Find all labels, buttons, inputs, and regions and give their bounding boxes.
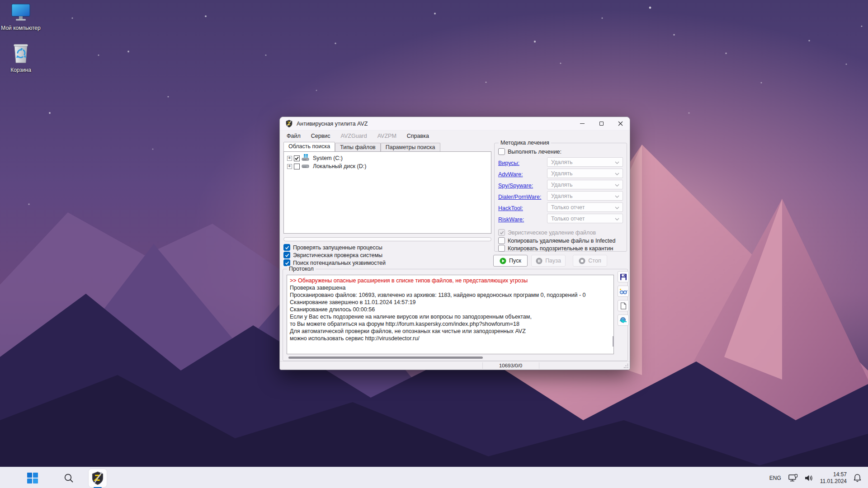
log-line: Сканирование завершено в 11.01.2024 14:5…: [290, 299, 613, 306]
checkbox-copy-deleted[interactable]: [498, 237, 505, 244]
desktop-icon-label: Мой компьютер: [0, 25, 42, 31]
enable-treatment-label: Выполнять лечение:: [508, 149, 561, 155]
minimize-icon: [580, 123, 585, 124]
enable-treatment-option[interactable]: Выполнять лечение:: [498, 148, 561, 155]
network-icon[interactable]: [788, 474, 798, 482]
maximize-button[interactable]: [592, 117, 611, 130]
minimize-button[interactable]: [573, 117, 592, 130]
clock-time: 14:57: [820, 471, 847, 478]
category-link-riskware[interactable]: RiskWare:: [498, 216, 524, 223]
new-log-button[interactable]: [618, 300, 629, 311]
web-analysis-button[interactable]: [618, 314, 629, 326]
vertical-scrollbar[interactable]: [613, 336, 614, 347]
action-select-dialer[interactable]: Удалять: [547, 191, 623, 201]
tab-search-params[interactable]: Параметры поиска: [381, 143, 440, 151]
category-link-spyware[interactable]: Spy/Spyware:: [498, 183, 533, 189]
desktop-icon-label: Корзина: [0, 67, 42, 73]
scan-area-tree: System (C:) Локальный диск (D:): [283, 151, 491, 234]
menu-bar: Файл Сервис AVZGuard AVZPM Справка: [280, 131, 630, 141]
expand-icon[interactable]: [287, 164, 292, 169]
checkbox-heuristic-check[interactable]: [283, 252, 290, 258]
desktop-icon-my-computer[interactable]: Мой компьютер: [0, 4, 42, 31]
chevron-down-icon: [615, 173, 619, 175]
category-link-hacktool[interactable]: HackTool:: [498, 205, 523, 211]
scan-options: Проверять запущенные процессы Эвристичес…: [283, 244, 386, 267]
horizontal-scrollbar[interactable]: [288, 357, 483, 359]
checkbox-scan-processes[interactable]: [283, 244, 290, 251]
drive-c-checkbox[interactable]: [294, 155, 300, 161]
floppy-icon: [620, 273, 627, 281]
check-icon: [500, 230, 504, 235]
system-drive-icon: [302, 154, 310, 162]
avz-window: Антивирусная утилита AVZ Файл Сервис AVZ…: [279, 117, 630, 370]
option-label: Проверять запущенные процессы: [293, 244, 382, 251]
tree-item-drive-d[interactable]: Локальный диск (D:): [284, 162, 491, 170]
pause-button[interactable]: Пауза: [531, 255, 566, 267]
action-select-advware[interactable]: Удалять: [547, 169, 623, 178]
search-icon: [64, 473, 74, 483]
action-select-spyware[interactable]: Удалять: [547, 180, 623, 189]
chevron-down-icon: [615, 184, 619, 187]
view-log-button[interactable]: [618, 286, 629, 297]
notification-bell-icon[interactable]: [853, 474, 862, 483]
check-icon: [285, 253, 289, 258]
option-scan-processes[interactable]: Проверять запущенные процессы: [283, 244, 386, 251]
option-label: Эвристическая проверка системы: [293, 252, 382, 258]
checkbox-vulnerability-search[interactable]: [283, 259, 290, 266]
option-copy-suspicious[interactable]: Копировать подозрительные в карантин: [498, 245, 613, 252]
close-icon: [618, 121, 623, 126]
log-line: Если у Вас есть подозрение на наличие ви…: [290, 313, 613, 320]
category-link-advware[interactable]: AdvWare:: [498, 171, 523, 178]
option-copy-deleted[interactable]: Копировать удаляемые файлы в Infected: [498, 237, 615, 244]
start-button[interactable]: Пуск: [493, 255, 528, 267]
menu-service[interactable]: Сервис: [311, 133, 330, 139]
chevron-down-icon: [615, 195, 619, 198]
option-heuristic-check[interactable]: Эвристическая проверка системы: [283, 251, 386, 259]
computer-icon: [10, 4, 31, 22]
avz-taskbar-button[interactable]: [89, 469, 107, 487]
checkbox-enable-treatment[interactable]: [498, 148, 505, 155]
checkbox-heuristic-delete[interactable]: [498, 229, 505, 236]
check-icon: [285, 245, 289, 250]
taskbar-clock[interactable]: 14:57 11.01.2024: [820, 471, 847, 485]
category-link-dialer[interactable]: Dialer/PornWare:: [498, 194, 541, 200]
action-select-viruses[interactable]: Удалять: [547, 157, 623, 167]
start-button-taskbar[interactable]: [24, 469, 42, 487]
menu-file[interactable]: Файл: [287, 133, 301, 139]
clock-date: 11.01.2024: [820, 478, 847, 485]
windows-logo-icon: [27, 472, 38, 484]
resize-grip[interactable]: [624, 364, 628, 368]
menu-avzguard[interactable]: AVZGuard: [341, 133, 367, 139]
option-label: Поиск потенциальных уязвимостей: [293, 260, 386, 266]
log-line: >> Обнаружены опасные расширения в списк…: [290, 277, 613, 284]
save-log-button[interactable]: [618, 271, 629, 282]
volume-icon[interactable]: [805, 474, 814, 482]
chevron-down-icon: [615, 218, 619, 221]
tab-file-types[interactable]: Типы файлов: [335, 143, 381, 151]
close-button[interactable]: [611, 117, 630, 130]
tab-search-area[interactable]: Область поиска: [283, 142, 335, 151]
log-line: Сканирование длилось 00:00:56: [290, 306, 613, 313]
status-bar: 10693/0/0: [280, 361, 630, 370]
log-line: можно использовать сервис http://virusde…: [290, 335, 613, 342]
drive-d-checkbox[interactable]: [294, 164, 300, 169]
action-select-riskware[interactable]: Только отчет: [547, 214, 623, 223]
local-drive-icon: [302, 162, 310, 170]
stop-button[interactable]: Стоп: [573, 255, 607, 267]
desktop-icon-recycle-bin[interactable]: Корзина: [0, 43, 42, 73]
search-button-taskbar[interactable]: [60, 469, 78, 487]
chevron-down-icon: [615, 206, 619, 209]
menu-avzpm[interactable]: AVZPM: [377, 133, 396, 139]
checkbox-copy-suspicious[interactable]: [498, 245, 505, 252]
action-select-hacktool[interactable]: Только отчет: [547, 202, 623, 212]
language-indicator[interactable]: ENG: [769, 473, 782, 483]
option-heuristic-delete[interactable]: Эвристическое удаление файлов: [498, 229, 596, 236]
avz-app-icon: [285, 120, 293, 127]
expand-icon[interactable]: [287, 156, 292, 161]
category-link-viruses[interactable]: Вирусы:: [498, 160, 519, 166]
log-line: Просканировано файлов: 10693, извлечено …: [290, 291, 613, 299]
protocol-groupbox: Протокол >> Обнаружены опасные расширени…: [283, 269, 628, 361]
option-label: Копировать подозрительные в карантин: [508, 245, 613, 252]
menu-help[interactable]: Справка: [407, 133, 429, 139]
tree-item-drive-c[interactable]: System (C:): [284, 154, 491, 162]
